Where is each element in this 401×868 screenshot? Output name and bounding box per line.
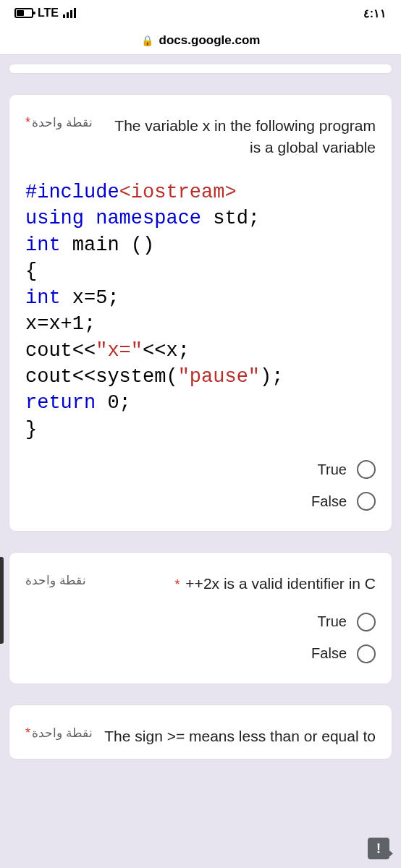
carrier-label: LTE — [38, 7, 59, 20]
status-bar: LTE ٤:١١ — [0, 0, 401, 26]
option-true[interactable]: True — [318, 460, 376, 479]
status-left: LTE — [14, 7, 76, 20]
options-group: True False — [25, 613, 376, 663]
warning-badge[interactable]: ! — [368, 838, 389, 859]
question-text: The variable x in the following program … — [101, 115, 376, 159]
question-card-2: نقطة واحدة * ++2x is a valid identifier … — [9, 552, 392, 684]
warning-icon: ! — [376, 841, 381, 856]
option-label: True — [318, 461, 347, 478]
browser-url-bar[interactable]: 🔒 docs.google.com — [0, 26, 401, 55]
url-text: docs.google.com — [159, 33, 261, 48]
signal-icon — [63, 8, 76, 18]
option-false[interactable]: False — [311, 492, 376, 511]
clock: ٤:١١ — [363, 7, 387, 20]
question-text: The sign >= means less than or equal to — [101, 726, 376, 747]
previous-card-peek — [9, 64, 392, 74]
option-label: False — [311, 493, 347, 510]
option-false[interactable]: False — [311, 644, 376, 663]
question-text: * ++2x is a valid identifier in C — [95, 573, 376, 595]
battery-icon — [14, 8, 33, 18]
option-label: True — [318, 613, 347, 630]
page-content[interactable]: *نقطة واحدة The variable x in the follow… — [0, 55, 401, 868]
radio-icon — [357, 460, 376, 479]
scroll-indicator — [0, 557, 4, 644]
points-label: *نقطة واحدة — [25, 115, 93, 130]
points-label: نقطة واحدة — [25, 573, 86, 588]
option-true[interactable]: True — [318, 613, 376, 631]
question-card-3: *نقطة واحدة The sign >= means less than … — [9, 705, 392, 760]
options-group: True False — [25, 460, 376, 511]
radio-icon — [357, 492, 376, 511]
points-label: *نقطة واحدة — [25, 726, 93, 741]
option-label: False — [311, 645, 347, 662]
lock-icon: 🔒 — [141, 35, 153, 46]
code-snippet: #include<iostream> using namespace std; … — [25, 179, 376, 443]
radio-icon — [357, 644, 376, 663]
question-card-1: *نقطة واحدة The variable x in the follow… — [9, 94, 392, 532]
radio-icon — [357, 613, 376, 631]
